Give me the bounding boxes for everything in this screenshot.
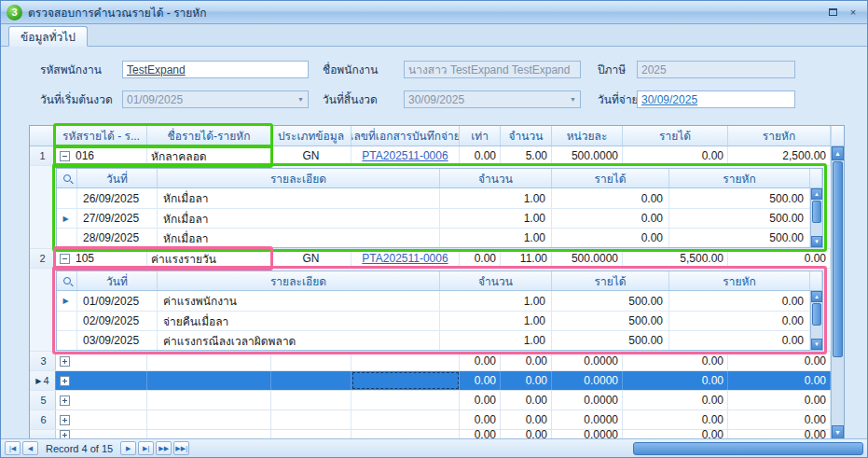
detail-deduction-cell[interactable]: 0.00 (669, 331, 810, 350)
grid-row[interactable]: 5 0.00 0.00 0.0000 0.00 0.00 (30, 391, 831, 410)
cell-name[interactable]: หักลาคลอด (147, 146, 271, 165)
expand-icon[interactable] (60, 376, 70, 386)
cell-doc[interactable] (351, 391, 460, 409)
cell-income[interactable]: 5,500.00 (623, 249, 728, 268)
h-scrollbar-thumb[interactable] (633, 442, 863, 455)
detail-income-cell[interactable]: 0.00 (552, 188, 669, 208)
detail-column-income[interactable]: รายได้ (552, 169, 669, 187)
cell-qty[interactable]: 11.00 (501, 249, 552, 268)
detail-income-cell[interactable]: 0.00 (552, 229, 669, 247)
cell-qty[interactable]: 0.00 (501, 410, 552, 429)
detail-scrollbar[interactable]: ▲ ▼ (810, 188, 822, 247)
cell-income[interactable]: 0.00 (623, 352, 728, 370)
detail-description-cell[interactable]: หักเมื่อลา (158, 209, 440, 228)
detail-date-cell[interactable]: 26/09/2025 (77, 188, 158, 208)
cell-name[interactable] (147, 371, 271, 390)
dropdown-arrow-icon[interactable]: ▼ (297, 96, 304, 103)
first-record-button[interactable]: |◀ (5, 441, 21, 455)
cell-deduction[interactable]: 0.00 (728, 391, 831, 409)
detail-column-qty[interactable]: จำนวน (440, 271, 552, 290)
restore-button[interactable] (824, 5, 841, 20)
cell-qty[interactable]: 0.00 (501, 352, 552, 370)
cell-times[interactable]: 0.00 (460, 371, 501, 390)
cell-deduction[interactable]: 0.00 (728, 371, 831, 390)
detail-description-cell[interactable]: ค่าแรงกรณีลงเวลาผิดพลาด (158, 331, 440, 350)
cell-deduction[interactable]: 0.00 (728, 352, 831, 370)
collapse-icon[interactable] (60, 151, 70, 161)
detail-income-cell[interactable]: 0.00 (552, 209, 669, 228)
expand-icon[interactable] (60, 415, 70, 425)
cell-times[interactable]: 0.00 (460, 391, 501, 409)
detail-column-deduction[interactable]: รายหัก (669, 271, 810, 290)
cell-type[interactable] (271, 371, 351, 390)
grid-row[interactable]: ▶ 4 0.00 0.00 0.0000 0.00 0.00 (30, 371, 831, 391)
pay-date-value[interactable]: 30/09/2025 (641, 93, 697, 106)
master-row-1[interactable]: 1 016 หักลาคลอด GN PTA202511-0006 0.00 5… (30, 146, 831, 166)
cell-times[interactable]: 0.00 (460, 146, 501, 165)
search-header-cell[interactable] (57, 271, 77, 290)
cell-unit[interactable]: 500.0000 (552, 146, 623, 165)
detail-description-cell[interactable]: จ่ายคืนเมื่อลา (158, 312, 440, 330)
cell-unit[interactable]: 0.0000 (552, 410, 623, 429)
detail-column-income[interactable]: รายได้ (552, 271, 669, 290)
detail-row[interactable]: 26/09/2025 หักเมื่อลา 1.00 0.00 500.00 (57, 188, 822, 208)
payment-doc-link[interactable]: PTA202511-0006 (362, 149, 448, 162)
scrollbar-thumb[interactable] (833, 161, 843, 357)
payment-doc-link[interactable]: PTA202511-0006 (362, 252, 448, 265)
detail-row[interactable]: ▶ 27/09/2025 หักเมื่อลา 1.00 0.00 500.00 (57, 208, 822, 228)
detail-date-cell[interactable]: 27/09/2025 (77, 209, 158, 228)
pay-date-input[interactable]: 30/09/2025 (637, 90, 795, 108)
cell-times[interactable]: 0.00 (460, 410, 501, 429)
cell-unit[interactable]: 0.0000 (552, 391, 623, 409)
last-page-button[interactable]: ▶▶| (173, 441, 189, 455)
grid-vertical-scrollbar[interactable]: ▲ ▼ (831, 146, 844, 439)
scrollbar-thumb[interactable] (812, 303, 821, 326)
cell-name[interactable] (147, 410, 271, 429)
grid-row[interactable]: 6 0.00 0.00 0.0000 0.00 0.00 (30, 410, 831, 430)
detail-row[interactable]: ▶ 01/09/2025 ค่าแรงพนักงาน 1.00 500.00 0… (57, 291, 822, 311)
cell-income[interactable]: 0.00 (623, 371, 728, 390)
employee-code-input[interactable]: TestExpand (122, 61, 309, 78)
detail-deduction-cell[interactable]: 0.00 (669, 291, 810, 311)
cell-unit[interactable]: 0.0000 (552, 352, 623, 370)
cell-code[interactable] (56, 352, 147, 370)
detail-description-cell[interactable]: หักเมื่อลา (158, 229, 440, 247)
detail-column-date[interactable]: วันที่ (77, 271, 158, 290)
cell-income[interactable]: 0.00 (623, 146, 728, 165)
detail-date-cell[interactable]: 28/09/2025 (77, 229, 158, 247)
cell-doc[interactable] (351, 410, 460, 429)
cell-doc[interactable]: PTA202511-0006 (351, 249, 460, 268)
detail-column-deduction[interactable]: รายหัก (669, 169, 810, 187)
search-header-cell[interactable] (57, 169, 77, 187)
detail-date-cell[interactable]: 02/09/2025 (77, 312, 158, 330)
detail-qty-cell[interactable]: 1.00 (440, 312, 552, 330)
expand-icon[interactable] (60, 356, 70, 367)
detail-date-cell[interactable]: 01/09/2025 (77, 291, 158, 311)
detail-column-date[interactable]: วันที่ (77, 169, 158, 187)
cell-doc[interactable]: PTA202511-0006 (351, 146, 460, 165)
column-header-times[interactable]: เท่า (460, 126, 501, 146)
grid-row[interactable]: 3 0.00 0.00 0.0000 0.00 0.00 (30, 352, 831, 371)
detail-qty-cell[interactable]: 1.00 (440, 188, 552, 208)
detail-qty-cell[interactable]: 1.00 (440, 229, 552, 247)
cell-deduction[interactable]: 0.00 (728, 249, 831, 268)
detail-qty-cell[interactable]: 1.00 (440, 209, 552, 228)
column-header-code[interactable]: รหัสรายได้ - ร... (56, 126, 147, 146)
detail-column-qty[interactable]: จำนวน (440, 169, 552, 187)
detail-deduction-cell[interactable]: 500.00 (669, 209, 810, 228)
cell-deduction[interactable]: 0.00 (728, 410, 831, 429)
collapse-icon[interactable] (60, 254, 70, 264)
detail-income-cell[interactable]: 500.00 (552, 291, 669, 311)
cell-qty[interactable]: 5.00 (501, 146, 552, 165)
detail-deduction-cell[interactable]: 500.00 (669, 229, 810, 247)
detail-qty-cell[interactable]: 1.00 (440, 291, 552, 311)
detail-deduction-cell[interactable]: 0.00 (669, 312, 810, 330)
detail-row[interactable]: 28/09/2025 หักเมื่อลา 1.00 0.00 500.00 (57, 228, 822, 247)
scroll-down-button[interactable]: ▼ (832, 425, 844, 439)
dropdown-arrow-icon[interactable]: ▼ (570, 96, 576, 103)
scroll-down-button[interactable]: ▼ (811, 236, 822, 247)
cell-income[interactable]: 0.00 (623, 410, 728, 429)
cell-deduction[interactable]: 2,500.00 (728, 146, 831, 165)
cell-qty[interactable]: 0.00 (501, 371, 552, 390)
prev-record-button[interactable]: ◀ (22, 441, 38, 455)
